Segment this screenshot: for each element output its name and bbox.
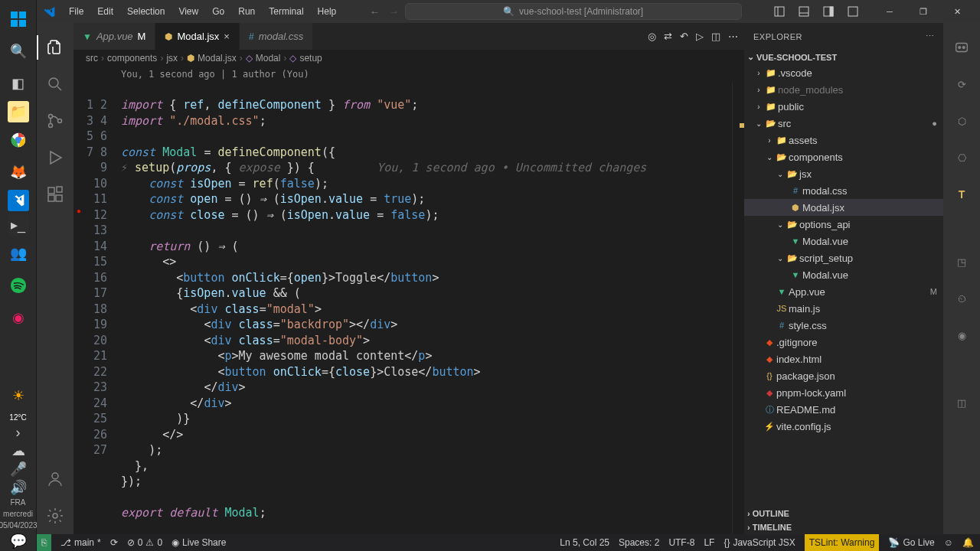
layout-panel-right-icon[interactable] [818,1,839,22]
tree-folder-options-api[interactable]: ⌄📂options_api [744,216,943,233]
account-icon[interactable] [37,461,74,497]
tree-folder-src[interactable]: ⌄📂src● [744,115,943,132]
tree-file-app-vue[interactable]: ▼App.vueM [744,283,943,300]
right-icon-6[interactable]: ◳ [943,243,980,280]
breadcrumb-setup[interactable]: setup [299,53,322,64]
explorer-project-header[interactable]: ⌄ VUE-SCHOOL-TEST [744,50,943,64]
cursor-position[interactable]: Ln 5, Col 25 [560,537,609,548]
tab-close-icon[interactable]: × [224,31,230,42]
menu-terminal[interactable]: Terminal [263,3,309,20]
weather-icon[interactable]: ☀ [4,381,33,410]
tab-modal-css[interactable]: # modal.css [240,23,313,50]
notifications-icon[interactable]: 🔔 [962,537,974,548]
menu-edit[interactable]: Edit [91,3,119,20]
css-peek-icon[interactable]: T [943,176,980,213]
chrome-icon[interactable] [4,126,33,155]
menu-go[interactable]: Go [206,3,230,20]
breakpoint-icon[interactable]: ● [74,207,84,215]
problems-status[interactable]: ⊘ 0 ⚠ 0 [127,537,162,548]
run-debug-icon[interactable] [37,139,74,176]
mic-tray-icon[interactable]: 🎤 [4,461,33,477]
minimap[interactable] [732,82,744,534]
menu-view[interactable]: View [172,3,204,20]
tree-folder-components[interactable]: ⌄📂components [744,148,943,165]
tab-app-vue[interactable]: ▼ App.vue M [74,23,155,50]
language-mode[interactable]: {} JavaScript JSX [724,537,795,548]
tree-file-gitignore[interactable]: ◆.gitignore [744,334,943,350]
layout-panel-bottom-icon[interactable] [793,1,815,22]
split-editor-icon[interactable]: ◫ [711,31,720,42]
nav-forward-icon[interactable]: → [389,6,399,18]
teams-icon[interactable]: 👥 [4,239,33,268]
breadcrumb-components[interactable]: components [107,53,157,64]
vscode-app-icon[interactable] [8,190,29,211]
close-window-button[interactable]: ✕ [940,0,974,23]
timeline-section[interactable]: ›TIMELINE [744,520,943,534]
tree-file-index-html[interactable]: ◆index.html [744,350,943,367]
branch-status[interactable]: ⎇ main* [60,537,101,548]
tree-folder-public[interactable]: ›📁public [744,98,943,115]
feedback-icon[interactable]: ☺ [944,537,953,548]
explorer-icon[interactable] [37,29,74,66]
tree-file-style-css[interactable]: #style.css [744,317,943,334]
tree-file-modal-vue-1[interactable]: ▼Modal.vue [744,233,943,249]
right-icon-2[interactable]: ⟳ [943,66,980,103]
run-file-icon[interactable]: ▷ [696,31,704,42]
extensions-icon[interactable] [37,176,74,213]
right-icon-3[interactable]: ⬡ [943,103,980,139]
more-actions-icon[interactable]: ⋯ [728,31,738,42]
tree-file-main-js[interactable]: JSmain.js [744,300,943,317]
breadcrumb[interactable]: src› components› jsx› ⬢ Modal.jsx› ◇ Mod… [74,50,744,67]
eol-status[interactable]: LF [704,537,714,548]
code-editor[interactable]: ● 1 2 3 4 5 6 7 8 9 10 11 12 13 14 15 16… [74,82,744,534]
menu-file[interactable]: File [63,3,90,20]
search-activity-icon[interactable] [37,66,74,103]
tree-folder-assets[interactable]: ›📁assets [744,132,943,148]
breadcrumb-jsx[interactable]: jsx [166,53,178,64]
encoding-status[interactable]: UTF-8 [668,537,694,548]
code-content[interactable]: import { ref, defineComponent } from "vu… [121,82,732,534]
tree-file-modal-css[interactable]: #modal.css [744,182,943,199]
tree-file-modal-jsx[interactable]: ⬢Modal.jsx [744,199,943,216]
settings-icon[interactable] [37,497,74,534]
keyboard-lang[interactable]: FRA [11,498,26,507]
tree-file-vite-config[interactable]: ⚡vite.config.js [744,418,943,435]
tslint-status[interactable]: TSLint: Warning [805,534,880,551]
menu-help[interactable]: Help [312,3,343,20]
sync-status[interactable]: ⟳ [110,537,118,548]
tree-file-readme[interactable]: ⓘREADME.md [744,401,943,418]
notification-icon[interactable]: 💬 [4,533,33,549]
minimize-button[interactable]: ─ [873,0,906,23]
tree-folder-vscode[interactable]: ›📁.vscode [744,64,943,81]
terminal-app-icon[interactable]: ▸_ [8,214,29,236]
tree-file-pnpm-lock[interactable]: ◆pnpm-lock.yaml [744,384,943,401]
tree-folder-node-modules[interactable]: ›📁node_modules [744,81,943,98]
right-icon-8[interactable]: ◉ [943,317,980,354]
maximize-button[interactable]: ❐ [906,0,940,23]
app-icon[interactable]: ◉ [4,303,33,332]
menu-selection[interactable]: Selection [121,3,171,20]
indentation-status[interactable]: Spaces: 2 [619,537,659,548]
source-control-icon[interactable] [37,103,74,139]
sourcegraph-icon[interactable]: ◎ [648,31,656,42]
go-live-button[interactable]: 📡 Go Live [888,537,934,548]
command-center[interactable]: 🔍 vue-school-test [Administrator] [405,3,742,20]
tray-expand-icon[interactable]: › [4,425,33,440]
breadcrumb-file[interactable]: Modal.jsx [198,53,237,64]
layout-customize-icon[interactable] [842,1,864,22]
firefox-icon[interactable]: 🦊 [4,158,33,187]
nav-back-icon[interactable]: ← [370,6,380,18]
outline-section[interactable]: ›OUTLINE [744,507,943,520]
right-icon-4[interactable]: ⎔ [943,139,980,176]
copilot-icon[interactable] [943,29,980,66]
revert-icon[interactable]: ↶ [680,31,688,42]
tree-folder-jsx[interactable]: ⌄📂jsx [744,165,943,182]
compare-icon[interactable]: ⇄ [664,31,672,42]
breadcrumb-src[interactable]: src [86,53,98,64]
liveshare-status[interactable]: ◉ Live Share [172,537,226,548]
breadcrumb-modal[interactable]: Modal [256,53,281,64]
layout-panel-left-icon[interactable] [769,1,790,22]
onedrive-icon[interactable]: ☁ [4,443,33,458]
tab-modal-jsx[interactable]: ⬢ Modal.jsx × [155,23,240,50]
code-lens[interactable]: You, 1 second ago | 1 author (You) [74,67,744,82]
